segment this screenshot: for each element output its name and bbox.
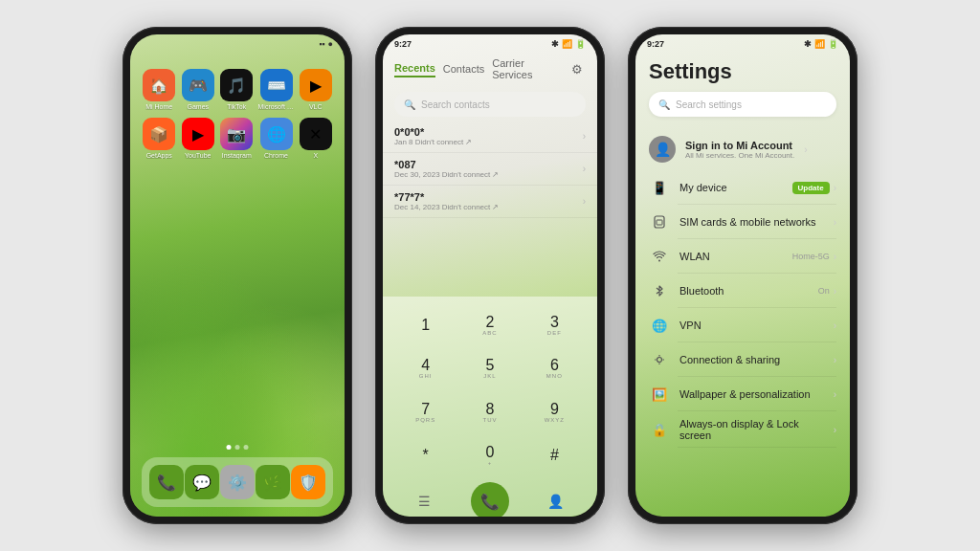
app-label: TikTok xyxy=(227,103,246,110)
key-9[interactable]: 9WXYZ xyxy=(523,391,586,433)
app-instagram[interactable]: 📷 Instagram xyxy=(219,118,255,159)
app-label: Instagram xyxy=(222,152,252,159)
call-button[interactable]: 📞 xyxy=(471,482,509,517)
settings-item-mi-account[interactable]: 👤 Sign in to Mi Account All Mi services.… xyxy=(635,128,850,170)
recent-call-3[interactable]: *77*7* Dec 14, 2023 Didn't connect ↗ › xyxy=(383,186,597,218)
key-3[interactable]: 3DEF xyxy=(523,304,586,346)
vpn-content: VPN xyxy=(679,320,824,331)
settings-item-bluetooth[interactable]: Bluetooth On › xyxy=(635,274,850,308)
chevron-icon: › xyxy=(834,320,836,331)
app-vlc[interactable]: ▶ VLC xyxy=(299,69,334,110)
key-7[interactable]: 7PQRS xyxy=(394,391,457,433)
settings-item-sim[interactable]: SIM cards & mobile networks › xyxy=(635,205,850,239)
bluetooth-right: On › xyxy=(818,286,836,297)
connection-title: Connection & sharing xyxy=(679,354,824,365)
app-label: Chrome xyxy=(264,152,288,159)
vpn-right: › xyxy=(834,320,836,331)
tab-recents[interactable]: Recents xyxy=(394,60,435,77)
phone-3: 9:27 ✱ 📶 🔋 Settings 🔍 Search settings xyxy=(628,27,858,524)
dock-security[interactable]: 🛡️ xyxy=(291,465,325,499)
dot-1 xyxy=(227,445,232,450)
app-label: X xyxy=(313,152,318,159)
settings-title: Settings xyxy=(649,59,836,84)
app-chrome[interactable]: 🌐 Chrome xyxy=(258,118,295,159)
dock-settings[interactable]: ⚙️ xyxy=(220,465,255,499)
tab-carrier-services[interactable]: Carrier Services xyxy=(492,55,561,82)
vpn-title: VPN xyxy=(679,320,824,331)
settings-item-aod[interactable]: 🔒 Always-on display & Lock screen › xyxy=(635,411,850,448)
key-8[interactable]: 8TUV xyxy=(458,391,521,433)
call-arrow: › xyxy=(583,131,586,142)
key-5[interactable]: 5JKL xyxy=(458,348,521,390)
chevron-icon: › xyxy=(834,217,836,228)
key-star[interactable]: * xyxy=(394,435,457,477)
wlan-title: WLAN xyxy=(679,251,783,262)
svg-point-2 xyxy=(657,358,662,363)
aod-content: Always-on display & Lock screen xyxy=(679,418,824,441)
settings-item-my-device[interactable]: 📱 My device Update › xyxy=(635,170,850,205)
key-2[interactable]: 2ABC xyxy=(458,304,521,346)
app-youtube[interactable]: ▶ YouTube xyxy=(181,118,216,159)
keypad-bottom: ☰ 📞 👤 xyxy=(394,476,586,517)
search-placeholder: Search contacts xyxy=(421,99,490,110)
recent-call-2[interactable]: *087 Dec 30, 2023 Didn't connect ↗ › xyxy=(383,153,597,186)
bluetooth-title: Bluetooth xyxy=(679,285,809,297)
connection-right: › xyxy=(834,355,836,365)
wlan-content: WLAN xyxy=(679,251,783,262)
app-getapps[interactable]: 📦 GetApps xyxy=(142,118,177,159)
key-hash[interactable]: # xyxy=(523,435,586,477)
keypad-menu-icon[interactable]: ☰ xyxy=(411,488,437,515)
app-label: GetApps xyxy=(146,152,172,159)
key-4[interactable]: 4GHI xyxy=(394,348,457,390)
settings-item-wallpaper[interactable]: 🖼️ Wallpaper & personalization › xyxy=(635,377,850,411)
home-screen: ▪▪ ● 🏠 Mi Home 🎮 Games 🎵 TikTok xyxy=(130,34,345,517)
key-6[interactable]: 6MNO xyxy=(523,348,586,390)
tab-contacts[interactable]: Contacts xyxy=(443,61,484,77)
app-swiftkey[interactable]: ⌨️ Microsoft SwiftKey... xyxy=(258,69,295,110)
call-arrow: › xyxy=(583,164,586,174)
dock-files[interactable]: 🌿 xyxy=(256,465,290,499)
search-icon: 🔍 xyxy=(658,99,670,110)
settings-item-wlan[interactable]: WLAN Home-5G › xyxy=(635,239,850,274)
bt-icon: ✱ xyxy=(551,39,559,49)
status-icons-3: ✱ 📶 🔋 xyxy=(804,39,838,49)
update-badge: Update xyxy=(792,182,830,194)
call-arrow: › xyxy=(583,196,586,207)
chevron-icon: › xyxy=(834,252,836,262)
svg-rect-1 xyxy=(657,220,662,225)
connection-content: Connection & sharing xyxy=(679,354,824,365)
app-icon-box: 🌐 xyxy=(260,118,293,150)
page-dots xyxy=(227,445,249,450)
settings-item-vpn[interactable]: 🌐 VPN › xyxy=(635,308,850,342)
status-time-2: 9:27 xyxy=(394,39,412,49)
key-1[interactable]: 1 xyxy=(394,304,457,346)
keypad-contacts-icon[interactable]: 👤 xyxy=(543,488,569,515)
call-number: 0*0*0* xyxy=(394,126,583,138)
dock-messages[interactable]: 💬 xyxy=(185,465,219,499)
settings-list: 👤 Sign in to Mi Account All Mi services.… xyxy=(635,122,850,453)
app-tiktok[interactable]: 🎵 TikTok xyxy=(219,69,255,110)
call-meta: Dec 30, 2023 Didn't connect ↗ xyxy=(394,170,583,179)
keypad-grid: 1 2ABC 3DEF 4GHI 5JKL 6MNO 7PQRS 8TUV 9W… xyxy=(394,304,586,476)
settings-item-connection[interactable]: Connection & sharing › xyxy=(635,342,850,377)
status-bar-1: ▪▪ ● xyxy=(130,34,345,54)
dock-phone[interactable]: 📞 xyxy=(149,465,184,499)
app-mi-home[interactable]: 🏠 Mi Home xyxy=(142,69,177,110)
chevron-icon: › xyxy=(834,286,836,297)
recent-call-info-3: *77*7* Dec 14, 2023 Didn't connect ↗ xyxy=(394,191,583,211)
dialer-settings-icon[interactable]: ⚙ xyxy=(568,59,586,78)
app-games[interactable]: 🎮 Games xyxy=(181,69,216,110)
vpn-icon: 🌐 xyxy=(649,315,670,336)
my-device-title: My device xyxy=(679,182,783,193)
sim-right: › xyxy=(834,217,836,228)
wlan-value: Home-5G xyxy=(792,252,830,261)
bluetooth-content: Bluetooth xyxy=(679,285,809,297)
recent-call-1[interactable]: 0*0*0* Jan 8 Didn't connect ↗ › xyxy=(383,121,597,153)
recent-call-info-1: 0*0*0* Jan 8 Didn't connect ↗ xyxy=(394,126,583,146)
key-0[interactable]: 0+ xyxy=(458,435,521,477)
settings-search-bar[interactable]: 🔍 Search settings xyxy=(649,92,836,117)
app-x[interactable]: ✕ X xyxy=(299,118,334,159)
my-device-content: My device xyxy=(679,182,783,193)
bluetooth-value: On xyxy=(818,286,830,296)
dialer-search-bar[interactable]: 🔍 Search contacts xyxy=(394,92,586,117)
